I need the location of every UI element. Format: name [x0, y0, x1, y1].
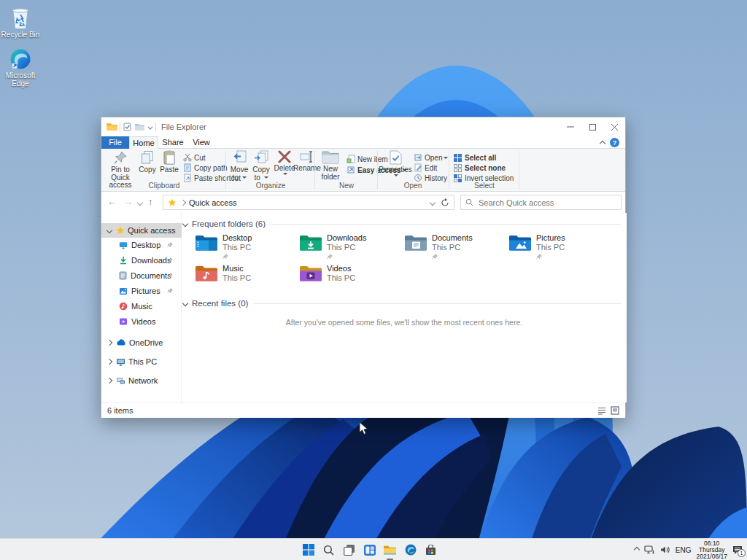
pin-icon	[167, 257, 173, 263]
window-title: File Explorer	[161, 122, 206, 131]
paste-label: Paste	[160, 166, 179, 174]
copy-to-button[interactable]: Copy to	[250, 150, 272, 182]
ribbon-separator	[449, 151, 449, 189]
tab-file[interactable]: File	[101, 136, 129, 149]
select-none-label: Select none	[465, 164, 506, 172]
dropdown-caret-icon	[242, 176, 247, 179]
folder-tile-videos[interactable]: Videos This PC	[299, 264, 401, 290]
network-icon[interactable]	[644, 545, 655, 554]
delete-button[interactable]: Delete	[274, 150, 295, 175]
new-folder-button[interactable]: New folder	[317, 150, 344, 181]
cut-button[interactable]: Cut	[183, 153, 206, 162]
paste-button[interactable]: Paste	[158, 150, 180, 174]
folder-tile-pictures[interactable]: Pictures This PC	[508, 233, 611, 260]
close-icon	[611, 124, 618, 131]
help-button[interactable]: ?	[610, 138, 619, 147]
breadcrumb[interactable]: Quick access	[189, 198, 236, 207]
address-dropdown-chevron-icon[interactable]	[430, 200, 436, 206]
sidebar-item-onedrive[interactable]: OneDrive	[101, 335, 182, 350]
sidebar-item-pictures[interactable]: Pictures	[101, 284, 182, 298]
tile-location: This PC	[327, 243, 366, 252]
move-to-button[interactable]: Move to	[228, 150, 250, 182]
copy-icon	[140, 150, 155, 165]
tile-name: Videos	[327, 264, 355, 273]
desktop-icon-label: Recycle Bin	[1, 31, 40, 39]
sidebar-item-music[interactable]: Music	[101, 299, 182, 314]
desktop-icon-recycle-bin[interactable]: Recycle Bin	[0, 6, 44, 39]
desktop: Recycle Bin Microsoft Edge	[0, 0, 747, 560]
group-header-recent-files[interactable]: Recent files (0)	[183, 299, 621, 308]
properties-icon	[390, 150, 402, 165]
properties-button[interactable]: Properties	[380, 150, 411, 176]
task-view-button[interactable]	[343, 544, 355, 556]
file-explorer-taskbar-button[interactable]	[384, 544, 396, 556]
forward-button[interactable]: →	[123, 196, 133, 207]
sidebar-item-desktop[interactable]: Desktop	[101, 238, 182, 252]
select-all-button[interactable]: Select all	[453, 153, 496, 163]
open-button[interactable]: Open	[414, 153, 448, 162]
qat-customize-chevron-icon[interactable]	[148, 125, 153, 130]
language-indicator[interactable]: ENG	[676, 546, 692, 554]
clock[interactable]: 06:10 Thursday 2021/06/17	[696, 540, 727, 560]
copy-button[interactable]: Copy	[136, 150, 158, 174]
dropdown-caret-icon	[283, 173, 287, 175]
history-label: History	[425, 174, 447, 182]
sidebar-item-videos[interactable]: Videos	[101, 314, 182, 329]
select-none-button[interactable]: Select none	[453, 163, 506, 173]
edge-taskbar-button[interactable]	[404, 544, 417, 556]
search-button[interactable]	[322, 544, 335, 556]
tab-home[interactable]: Home	[129, 136, 158, 149]
tab-share[interactable]: Share	[158, 136, 187, 149]
back-button[interactable]: ←	[107, 196, 117, 207]
qat-properties-icon[interactable]	[123, 122, 131, 131]
start-button[interactable]	[302, 544, 314, 556]
qat-new-folder-icon[interactable]	[135, 123, 144, 131]
chevron-right-icon[interactable]	[107, 359, 112, 365]
up-button[interactable]: ↑	[148, 196, 153, 207]
tab-view[interactable]: View	[187, 136, 215, 149]
pin-icon	[432, 254, 438, 260]
qat-separator	[120, 122, 120, 131]
tile-name: Documents	[432, 233, 473, 243]
store-taskbar-button[interactable]	[425, 544, 437, 556]
copy-path-button[interactable]: Copy path	[183, 163, 228, 172]
sidebar-item-documents[interactable]: Documents	[101, 268, 182, 283]
sidebar-item-downloads[interactable]: Downloads	[101, 253, 182, 268]
notification-center-button[interactable]: 1	[732, 545, 743, 555]
desktop-icon-edge[interactable]: Microsoft Edge	[0, 48, 44, 88]
chevron-right-icon[interactable]	[107, 340, 112, 346]
volume-icon[interactable]	[660, 545, 670, 554]
task-view-icon	[344, 545, 355, 556]
folder-tile-music[interactable]: Music This PC	[195, 264, 297, 290]
desktop-icon	[119, 241, 128, 249]
sidebar-item-network[interactable]: Network	[101, 373, 182, 388]
tile-location: This PC	[327, 273, 355, 283]
large-icons-view-icon[interactable]	[611, 406, 619, 415]
titlebar[interactable]: File Explorer	[101, 117, 625, 136]
chevron-down-icon[interactable]	[107, 228, 112, 233]
maximize-button[interactable]	[581, 117, 603, 136]
sidebar-item-this-pc[interactable]: This PC	[101, 354, 182, 369]
folder-tile-downloads[interactable]: Downloads This PC	[299, 233, 401, 260]
search-input[interactable]	[477, 198, 616, 208]
close-button[interactable]	[603, 117, 625, 136]
rename-button[interactable]: Rename	[295, 150, 319, 173]
folder-tile-desktop[interactable]: Desktop This PC	[195, 233, 297, 260]
documents-folder-icon	[404, 233, 427, 252]
refresh-icon[interactable]	[441, 198, 449, 207]
minimize-button[interactable]	[560, 117, 581, 136]
recent-locations-chevron-icon[interactable]	[137, 200, 143, 206]
search-box[interactable]	[460, 195, 622, 210]
sidebar-item-quick-access[interactable]: Quick access	[101, 223, 182, 238]
widgets-button[interactable]	[363, 544, 376, 556]
details-view-icon[interactable]	[597, 407, 606, 415]
minimize-ribbon-chevron-icon[interactable]	[600, 141, 605, 147]
tray-overflow-chevron-icon[interactable]	[634, 547, 640, 553]
chevron-right-icon[interactable]	[107, 378, 112, 384]
folder-tile-documents[interactable]: Documents This PC	[404, 233, 506, 260]
address-bar[interactable]: Quick access	[163, 195, 454, 210]
move-to-icon	[232, 150, 247, 165]
taskbar: ENG 06:10 Thursday 2021/06/17 1	[0, 538, 747, 560]
group-header-frequent-folders[interactable]: Frequent folders (6)	[183, 219, 621, 228]
edit-button[interactable]: Edit	[414, 163, 437, 172]
